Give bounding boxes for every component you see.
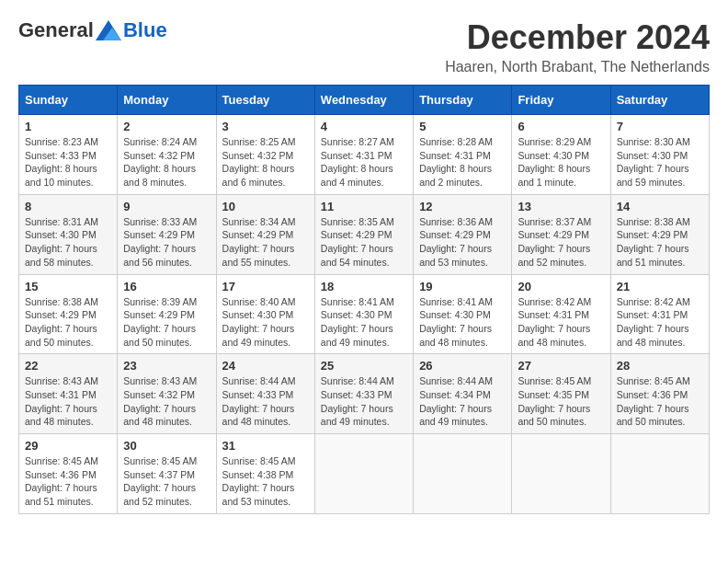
day-detail: Sunrise: 8:33 AM Sunset: 4:29 PM Dayligh… — [123, 215, 210, 270]
day-number: 23 — [123, 359, 210, 373]
day-detail: Sunrise: 8:30 AM Sunset: 4:30 PM Dayligh… — [617, 135, 703, 190]
day-detail: Sunrise: 8:29 AM Sunset: 4:30 PM Dayligh… — [518, 135, 604, 190]
day-detail: Sunrise: 8:35 AM Sunset: 4:29 PM Dayligh… — [321, 215, 407, 270]
calendar-cell: 28 Sunrise: 8:45 AM Sunset: 4:36 PM Dayl… — [610, 354, 709, 434]
calendar-cell: 10 Sunrise: 8:34 AM Sunset: 4:29 PM Dayl… — [216, 194, 314, 274]
day-number: 8 — [25, 200, 111, 213]
day-detail: Sunrise: 8:45 AM Sunset: 4:36 PM Dayligh… — [25, 454, 111, 509]
calendar-cell: 23 Sunrise: 8:43 AM Sunset: 4:32 PM Dayl… — [118, 354, 216, 434]
logo: General Blue — [18, 18, 167, 42]
day-number: 6 — [518, 120, 604, 133]
day-number: 7 — [617, 120, 703, 133]
day-detail: Sunrise: 8:23 AM Sunset: 4:33 PM Dayligh… — [25, 135, 111, 190]
day-number: 25 — [321, 359, 407, 373]
day-detail: Sunrise: 8:40 AM Sunset: 4:30 PM Dayligh… — [222, 295, 309, 350]
calendar-cell: 4 Sunrise: 8:27 AM Sunset: 4:31 PM Dayli… — [314, 115, 413, 195]
calendar-week-row: 8 Sunrise: 8:31 AM Sunset: 4:30 PM Dayli… — [19, 194, 710, 274]
calendar-cell: 11 Sunrise: 8:35 AM Sunset: 4:29 PM Dayl… — [314, 194, 413, 274]
day-number: 5 — [419, 120, 506, 133]
day-detail: Sunrise: 8:37 AM Sunset: 4:29 PM Dayligh… — [518, 215, 604, 270]
day-detail: Sunrise: 8:44 AM Sunset: 4:33 PM Dayligh… — [321, 374, 407, 429]
day-detail: Sunrise: 8:42 AM Sunset: 4:31 PM Dayligh… — [518, 295, 604, 350]
day-detail: Sunrise: 8:38 AM Sunset: 4:29 PM Dayligh… — [617, 215, 703, 270]
calendar-cell — [314, 434, 413, 514]
calendar-week-row: 29 Sunrise: 8:45 AM Sunset: 4:36 PM Dayl… — [19, 434, 710, 514]
day-detail: Sunrise: 8:44 AM Sunset: 4:34 PM Dayligh… — [419, 374, 506, 429]
day-detail: Sunrise: 8:28 AM Sunset: 4:31 PM Dayligh… — [419, 135, 506, 190]
day-header-saturday: Saturday — [610, 86, 709, 115]
day-number: 10 — [222, 200, 309, 213]
day-number: 30 — [123, 439, 210, 453]
calendar-cell: 15 Sunrise: 8:38 AM Sunset: 4:29 PM Dayl… — [19, 274, 118, 354]
day-detail: Sunrise: 8:45 AM Sunset: 4:35 PM Dayligh… — [518, 374, 604, 429]
day-number: 11 — [321, 200, 407, 213]
calendar-cell — [512, 434, 610, 514]
day-detail: Sunrise: 8:44 AM Sunset: 4:33 PM Dayligh… — [222, 374, 309, 429]
day-detail: Sunrise: 8:36 AM Sunset: 4:29 PM Dayligh… — [419, 215, 506, 270]
day-number: 24 — [222, 359, 309, 373]
calendar-cell: 16 Sunrise: 8:39 AM Sunset: 4:29 PM Dayl… — [118, 274, 216, 354]
day-detail: Sunrise: 8:43 AM Sunset: 4:32 PM Dayligh… — [123, 374, 210, 429]
day-header-sunday: Sunday — [19, 86, 118, 115]
day-detail: Sunrise: 8:43 AM Sunset: 4:31 PM Dayligh… — [25, 374, 111, 429]
calendar-cell: 30 Sunrise: 8:45 AM Sunset: 4:37 PM Dayl… — [118, 434, 216, 514]
day-detail: Sunrise: 8:45 AM Sunset: 4:37 PM Dayligh… — [123, 454, 210, 509]
calendar-week-row: 22 Sunrise: 8:43 AM Sunset: 4:31 PM Dayl… — [19, 354, 710, 434]
calendar-cell: 17 Sunrise: 8:40 AM Sunset: 4:30 PM Dayl… — [216, 274, 314, 354]
calendar-cell: 27 Sunrise: 8:45 AM Sunset: 4:35 PM Dayl… — [512, 354, 610, 434]
calendar-cell — [610, 434, 709, 514]
day-number: 27 — [518, 359, 604, 373]
day-header-friday: Friday — [512, 86, 610, 115]
day-number: 16 — [123, 280, 210, 293]
calendar-cell: 21 Sunrise: 8:42 AM Sunset: 4:31 PM Dayl… — [610, 274, 709, 354]
calendar-cell: 7 Sunrise: 8:30 AM Sunset: 4:30 PM Dayli… — [610, 115, 709, 195]
calendar-cell: 24 Sunrise: 8:44 AM Sunset: 4:33 PM Dayl… — [216, 354, 314, 434]
title-area: December 2024 Haaren, North Brabant, The… — [445, 18, 710, 75]
calendar-cell: 3 Sunrise: 8:25 AM Sunset: 4:32 PM Dayli… — [216, 115, 314, 195]
day-number: 31 — [222, 439, 309, 453]
day-detail: Sunrise: 8:45 AM Sunset: 4:36 PM Dayligh… — [617, 374, 703, 429]
day-header-tuesday: Tuesday — [216, 86, 314, 115]
day-number: 14 — [617, 200, 703, 213]
calendar-cell: 20 Sunrise: 8:42 AM Sunset: 4:31 PM Dayl… — [512, 274, 610, 354]
month-title: December 2024 — [445, 18, 710, 57]
day-detail: Sunrise: 8:41 AM Sunset: 4:30 PM Dayligh… — [321, 295, 407, 350]
day-number: 22 — [25, 359, 111, 373]
calendar-cell: 29 Sunrise: 8:45 AM Sunset: 4:36 PM Dayl… — [19, 434, 118, 514]
day-number: 26 — [419, 359, 506, 373]
calendar-cell: 26 Sunrise: 8:44 AM Sunset: 4:34 PM Dayl… — [414, 354, 512, 434]
logo-icon — [96, 20, 121, 40]
calendar-cell: 8 Sunrise: 8:31 AM Sunset: 4:30 PM Dayli… — [19, 194, 118, 274]
day-detail: Sunrise: 8:41 AM Sunset: 4:30 PM Dayligh… — [419, 295, 506, 350]
calendar-cell: 2 Sunrise: 8:24 AM Sunset: 4:32 PM Dayli… — [118, 115, 216, 195]
calendar-cell: 25 Sunrise: 8:44 AM Sunset: 4:33 PM Dayl… — [314, 354, 413, 434]
calendar-cell: 9 Sunrise: 8:33 AM Sunset: 4:29 PM Dayli… — [118, 194, 216, 274]
day-detail: Sunrise: 8:31 AM Sunset: 4:30 PM Dayligh… — [25, 215, 111, 270]
day-number: 20 — [518, 280, 604, 293]
calendar-cell — [414, 434, 512, 514]
day-detail: Sunrise: 8:42 AM Sunset: 4:31 PM Dayligh… — [617, 295, 703, 350]
day-number: 9 — [123, 200, 210, 213]
calendar-cell: 22 Sunrise: 8:43 AM Sunset: 4:31 PM Dayl… — [19, 354, 118, 434]
calendar-cell: 19 Sunrise: 8:41 AM Sunset: 4:30 PM Dayl… — [414, 274, 512, 354]
calendar-header-row: SundayMondayTuesdayWednesdayThursdayFrid… — [19, 86, 710, 115]
calendar-cell: 5 Sunrise: 8:28 AM Sunset: 4:31 PM Dayli… — [414, 115, 512, 195]
page-header: General Blue December 2024 Haaren, North… — [18, 18, 710, 75]
day-detail: Sunrise: 8:45 AM Sunset: 4:38 PM Dayligh… — [222, 454, 309, 509]
logo-general-text: General — [18, 18, 94, 42]
day-number: 4 — [321, 120, 407, 133]
day-number: 21 — [617, 280, 703, 293]
day-number: 29 — [25, 439, 111, 453]
calendar-week-row: 1 Sunrise: 8:23 AM Sunset: 4:33 PM Dayli… — [19, 115, 710, 195]
day-detail: Sunrise: 8:34 AM Sunset: 4:29 PM Dayligh… — [222, 215, 309, 270]
calendar-cell: 18 Sunrise: 8:41 AM Sunset: 4:30 PM Dayl… — [314, 274, 413, 354]
day-detail: Sunrise: 8:39 AM Sunset: 4:29 PM Dayligh… — [123, 295, 210, 350]
day-detail: Sunrise: 8:38 AM Sunset: 4:29 PM Dayligh… — [25, 295, 111, 350]
calendar-cell: 1 Sunrise: 8:23 AM Sunset: 4:33 PM Dayli… — [19, 115, 118, 195]
calendar-table: SundayMondayTuesdayWednesdayThursdayFrid… — [18, 85, 710, 514]
day-number: 18 — [321, 280, 407, 293]
calendar-cell: 13 Sunrise: 8:37 AM Sunset: 4:29 PM Dayl… — [512, 194, 610, 274]
location-subtitle: Haaren, North Brabant, The Netherlands — [445, 59, 710, 75]
calendar-cell: 14 Sunrise: 8:38 AM Sunset: 4:29 PM Dayl… — [610, 194, 709, 274]
day-header-thursday: Thursday — [414, 86, 512, 115]
